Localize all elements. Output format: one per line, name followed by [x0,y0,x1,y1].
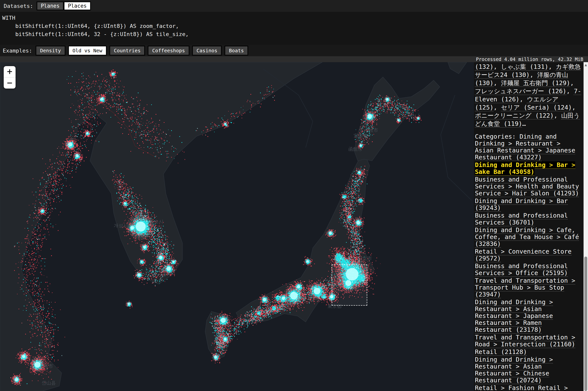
category-link[interactable]: Dining and Drinking > Bar (39243) [475,197,568,211]
category-link[interactable]: Dining and Drinking > Restaurant > Asian… [475,298,553,333]
category-link[interactable]: Dining and Drinking > Restaurant > Asian… [475,356,553,384]
category-link[interactable]: Retail > Convenience Store (29572) [475,248,572,262]
map-canvas[interactable] [0,62,474,391]
category-item: Business and Professional Services > Off… [475,263,582,277]
category-link[interactable]: Retail (21128) [475,348,527,356]
zoom-out-button[interactable]: − [4,78,15,89]
datasets-button-group: Planes Places [36,1,91,10]
category-link[interactable]: Business and Professional Services > Off… [475,263,568,277]
example-button-coffeeshops[interactable]: Coffeeshops [148,46,189,56]
zoom-in-button[interactable]: + [4,66,15,77]
datasets-bar: Datasets: Planes Places [0,0,588,12]
category-item: Travel and Transportation > Transport Hu… [475,277,582,298]
category-item: Dining and Drinking > Restaurant > Asian… [475,299,582,333]
example-button-countries[interactable]: Countries [109,46,145,56]
name-link[interactable]: しゃぶ葉 (131) [501,63,548,70]
category-link[interactable]: Dining and Drinking > Cafe, Coffee, and … [475,226,579,247]
name-link[interactable]: 洋麺屋 五右衛門 (129) [501,80,570,87]
category-link-highlighted[interactable]: Dining and Drinking > Bar > Sake Bar (43… [475,161,575,175]
name-link[interactable]: (132) [475,63,493,70]
category-item: Travel and Transportation > Road > Inter… [475,334,582,348]
dataset-button-planes[interactable]: Planes [36,1,64,10]
category-item: Categories: Dining and Drinking > Restau… [475,133,582,161]
category-item: Retail > Convenience Store (29572) [475,248,582,262]
category-item: Dining and Drinking > Cafe, Coffee, and … [475,227,582,247]
name-link[interactable]: セリア (Seria) (124) [501,104,572,111]
sql-code[interactable]: WITH bitShiftLeft(1::UInt64, {z:UInt8}) … [2,14,588,38]
example-button-boats[interactable]: Boats [224,46,248,56]
examples-bar: Examples: Density Old vs New Countries C… [0,45,588,56]
category-item: Business and Professional Services > Hea… [475,176,582,197]
example-button-old-vs-new[interactable]: Old vs New [68,46,107,56]
scrollbar-up-arrow[interactable]: ▲ [584,63,588,67]
category-item: Dining and Drinking > Restaurant > Asian… [475,356,582,384]
sql-editor[interactable]: WITH bitShiftLeft(1::UInt64, {z:UInt8}) … [0,12,588,45]
category-link[interactable]: Business and Professional Services (3670… [475,212,568,226]
category-link[interactable]: Retail > Fashion Retail > Clothing Store… [475,384,568,391]
name-link[interactable]: フレッシュネスバーガー (126) [475,88,567,95]
sidebar-scrollbar[interactable]: ▲ [584,62,588,391]
query-status-text: Processed 4.04 million rows, 42.32 MiB [0,56,588,62]
top-names-list: (132), しゃぶ葉 (131), カギ救急サービス24 (130), 洋服の… [475,63,582,128]
categories-list: Categories: Dining and Drinking > Restau… [475,133,582,391]
example-button-density[interactable]: Density [35,46,65,56]
datasets-label: Datasets: [4,3,33,9]
category-item: Retail > Fashion Retail > Clothing Store… [475,385,582,391]
name-link[interactable]: ポニークリーニング (122) [475,112,554,119]
category-item: Dining and Drinking > Bar > Sake Bar (43… [475,162,582,175]
example-button-casinos[interactable]: Casinos [192,46,222,56]
category-link[interactable]: Travel and Transportation > Transport Hu… [475,277,575,298]
category-link[interactable]: Business and Professional Services > Hea… [475,176,579,197]
category-link[interactable]: Travel and Transportation > Road > Inter… [475,334,575,348]
map-zoom-control: + − [4,66,15,89]
categories-label: Categories: [475,133,520,140]
category-item: Retail (21128) [475,349,582,356]
map[interactable]: 日立市東京都강원도개성시속초시上海市岱山县苫小牧市室蘭市函館市 + − [0,62,474,391]
map-selection-box[interactable] [332,265,367,306]
results-sidebar: (132), しゃぶ葉 (131), カギ救急サービス24 (130), 洋服の… [474,62,584,391]
scrollbar-thumb[interactable] [584,257,587,391]
category-item: Business and Professional Services (3670… [475,212,582,226]
category-item: Dining and Drinking > Bar (39243) [475,197,582,211]
examples-label: Examples: [3,48,32,54]
dataset-button-places[interactable]: Places [64,1,91,10]
